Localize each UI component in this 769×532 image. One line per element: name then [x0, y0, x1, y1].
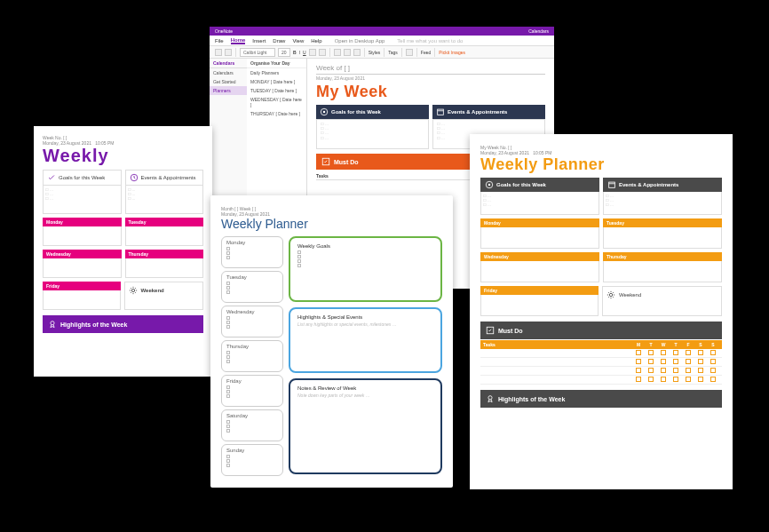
- undo-icon[interactable]: [215, 49, 222, 56]
- feed-button[interactable]: Feed: [421, 50, 431, 55]
- award-icon: [486, 394, 495, 403]
- menu-file[interactable]: File: [215, 38, 224, 44]
- notebook-picker[interactable]: Calendars: [528, 28, 549, 34]
- blue-sat-label: Saturday: [226, 413, 248, 418]
- page-mon[interactable]: MONDAY [ Date here ]: [247, 77, 306, 86]
- purple-goals-body[interactable]: ☐ …☐ …☐ …: [43, 186, 122, 214]
- orange-wed-body[interactable]: [480, 261, 599, 282]
- blue-heading: Weekly Planner: [221, 217, 442, 231]
- app-name: OneNote: [215, 28, 233, 34]
- section-get-started[interactable]: Get Started: [210, 77, 247, 86]
- font-size-select[interactable]: 20: [278, 48, 290, 57]
- purple-events-label: Events & Appointments: [141, 175, 196, 180]
- styles-dropdown[interactable]: Styles: [369, 50, 381, 55]
- orange-highlights-header: Highlights of the Week: [480, 390, 722, 408]
- menu-view[interactable]: View: [292, 38, 304, 44]
- underline-button[interactable]: U: [303, 50, 306, 55]
- events-header: Events & Appointments: [432, 105, 545, 119]
- highlight-icon[interactable]: [309, 49, 316, 56]
- purple-events-body[interactable]: ☐ …☐ …☐ …: [125, 186, 204, 214]
- page-wed[interactable]: WEDNESDAY [ Date here ]: [247, 95, 306, 109]
- purple-goals-header: Goals for this Week: [43, 170, 122, 186]
- orange-tasks-header: Tasks M T W T F S S: [480, 340, 722, 349]
- blue-goals-label: Weekly Goals: [297, 243, 433, 249]
- orange-goals-body[interactable]: ☐ …☐ …☐ …: [480, 192, 599, 215]
- thursday-body[interactable]: [125, 258, 204, 278]
- weekend-box[interactable]: Weekend: [125, 282, 203, 298]
- section-planners[interactable]: Planners: [210, 86, 247, 95]
- page-tue[interactable]: TUESDAY [ Date here ]: [247, 86, 306, 95]
- task-row[interactable]: [480, 349, 722, 358]
- menu-help[interactable]: Help: [311, 38, 321, 44]
- font-select[interactable]: Calibri Light: [240, 48, 275, 57]
- orange-must-label: Must Do: [498, 328, 523, 334]
- bullets-icon[interactable]: [334, 49, 341, 56]
- italic-button[interactable]: I: [299, 50, 300, 55]
- page-title[interactable]: Week of [ ]: [316, 64, 545, 75]
- ocol-m: M: [632, 342, 645, 347]
- dictate-icon[interactable]: [406, 49, 413, 56]
- svg-line-26: [613, 297, 614, 298]
- page-thu[interactable]: THURSDAY [ Date here ]: [247, 109, 306, 118]
- svg-line-28: [613, 292, 614, 293]
- blue-goals-box[interactable]: Weekly Goals: [289, 236, 442, 302]
- orange-weekend-box[interactable]: Weekend: [603, 287, 721, 303]
- friday-body[interactable]: [43, 290, 121, 310]
- blue-fri-label: Friday: [226, 378, 242, 384]
- open-desktop-link[interactable]: Open in Desktop App: [335, 38, 385, 44]
- blue-saturday[interactable]: Saturday: [221, 409, 283, 441]
- menu-home[interactable]: Home: [231, 37, 246, 44]
- orange-fri-body[interactable]: [480, 295, 599, 316]
- ocol-s2: S: [707, 342, 719, 347]
- orange-events-body[interactable]: ☐ …☐ …☐ …: [603, 192, 722, 215]
- tell-me-search[interactable]: Tell me what you want to do: [397, 38, 463, 44]
- orange-mon-body[interactable]: [480, 227, 599, 249]
- purple-highlights-label: Highlights of the Week: [60, 322, 127, 328]
- wednesday-body[interactable]: [43, 258, 122, 278]
- task-row[interactable]: [480, 376, 722, 385]
- orange-weekend-label: Weekend: [619, 292, 641, 298]
- bold-button[interactable]: B: [293, 50, 297, 55]
- blue-highlights-box[interactable]: Highlights & Special Events List any hig…: [289, 307, 442, 373]
- blue-monday[interactable]: Monday: [221, 236, 283, 268]
- calendar-icon: [607, 180, 616, 189]
- ocol-f: F: [682, 342, 694, 347]
- page-daily[interactable]: Daily Planners: [247, 68, 306, 77]
- blue-wednesday[interactable]: Wednesday: [221, 306, 283, 337]
- orange-tue-body[interactable]: [603, 227, 722, 249]
- section-calendars[interactable]: Calendars: [210, 68, 247, 77]
- day-wednesday: Wednesday: [43, 250, 122, 258]
- day-tuesday: Tuesday: [125, 218, 204, 226]
- clipboard-icon[interactable]: [225, 49, 232, 56]
- goals-body[interactable]: ☐ …☐ …☐ …☐ …: [316, 119, 429, 149]
- task-row[interactable]: [480, 367, 722, 376]
- task-row[interactable]: [480, 358, 722, 367]
- indent-icon[interactable]: [353, 49, 361, 56]
- svg-point-30: [488, 396, 492, 400]
- numbering-icon[interactable]: [344, 49, 351, 56]
- tags-dropdown[interactable]: Tags: [388, 50, 398, 55]
- purple-weekly-template: Week No. [ ] Monday, 23 August 2021 10:0…: [34, 126, 212, 377]
- tuesday-body[interactable]: [125, 226, 204, 246]
- blue-tuesday[interactable]: Tuesday: [221, 271, 283, 303]
- blue-friday[interactable]: Friday: [221, 375, 283, 407]
- notebook-header[interactable]: Calendars: [210, 59, 247, 68]
- font-color-icon[interactable]: [319, 49, 326, 56]
- blue-thursday[interactable]: Thursday: [221, 340, 283, 372]
- purple-events-header: Events & Appointments: [125, 170, 204, 186]
- menu-insert[interactable]: Insert: [252, 38, 266, 44]
- clock-icon: [130, 173, 139, 182]
- goals-label: Goals for this Week: [331, 109, 381, 115]
- onenote-ribbon: Calibri Light 20 B I U Styles Tags Feed …: [210, 46, 554, 59]
- checklist-icon: [486, 326, 495, 335]
- ocol-s1: S: [694, 342, 707, 347]
- blue-sunday[interactable]: Sunday: [221, 444, 283, 476]
- pickit-button[interactable]: Pickit Images: [439, 50, 465, 55]
- blue-sun-label: Sunday: [226, 448, 244, 453]
- monday-body[interactable]: [43, 226, 122, 246]
- day-friday: Friday: [43, 282, 121, 290]
- heading-my-week: My Week: [316, 83, 545, 101]
- menu-draw[interactable]: Draw: [273, 38, 285, 44]
- orange-thu-body[interactable]: [603, 261, 722, 282]
- blue-notes-box[interactable]: Notes & Review of Week Note down key par…: [289, 378, 442, 474]
